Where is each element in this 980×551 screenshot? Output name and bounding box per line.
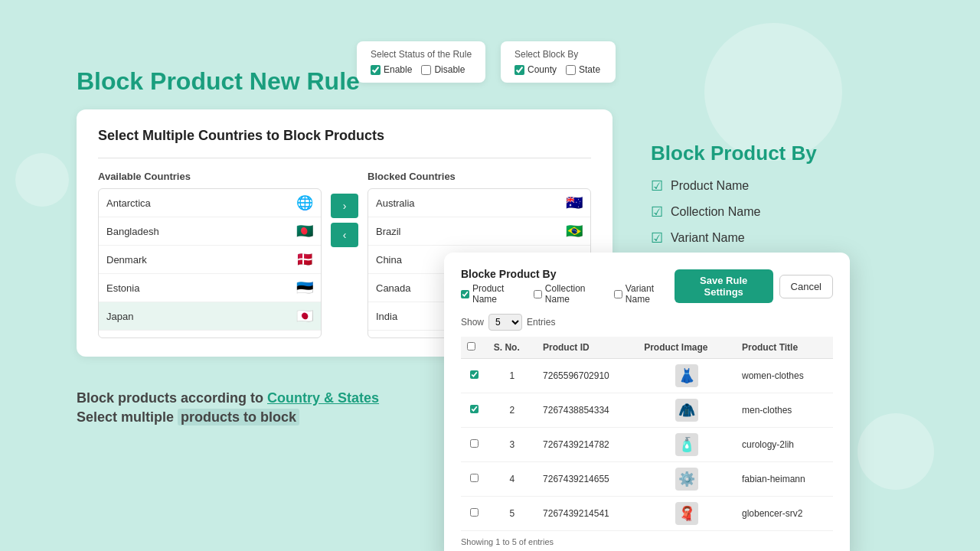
status-disable-label: Disable (434, 64, 465, 75)
block-by-options: County State (514, 64, 602, 75)
state-checkbox[interactable]: State (566, 64, 600, 75)
state-label: State (579, 64, 600, 75)
table-row[interactable]: 2 7267438854334 🧥 men-clothes (461, 393, 833, 428)
row-product-title: women-clothes (736, 359, 833, 393)
modal-actions: Save Rule Settings Cancel (675, 269, 833, 303)
row-product-title: curology-2lih (736, 428, 833, 462)
list-item[interactable]: Japan🇯🇵 (99, 302, 321, 331)
page-title: Block Product New Rule (77, 67, 360, 96)
available-countries-list[interactable]: Antarctica🌐 Bangladesh🇧🇩 Denmark🇩🇰 Eston… (98, 188, 322, 338)
table-row[interactable]: 4 7267439214655 ⚙️ fabian-heimann (461, 462, 833, 497)
bg-decoration-circle-4 (15, 153, 69, 207)
bottom-text-line1: Block products according to Country & St… (77, 390, 379, 406)
modal-collection-name-label: Collection Name (545, 283, 605, 305)
table-row[interactable]: 1 7265596702910 👗 women-clothes (461, 359, 833, 393)
check-icon-3: ☑ (651, 230, 663, 246)
countries-card-title: Select Multiple Countries to Block Produ… (98, 128, 591, 144)
add-to-blocked-button[interactable]: › (331, 194, 358, 218)
status-disable-checkbox[interactable]: Disable (421, 64, 465, 75)
list-item[interactable]: Antarctica🌐 (99, 189, 321, 217)
county-label: County (528, 64, 557, 75)
entries-select[interactable]: 5 10 25 (488, 314, 522, 331)
row-sno: 5 (488, 497, 537, 531)
row-product-id: 7267438854334 (537, 393, 638, 428)
list-item[interactable]: North Korea🇰🇵 (99, 331, 321, 338)
status-enable-checkbox[interactable]: Enable (371, 64, 412, 75)
bottom-text-line1-pre: Block products according to (77, 390, 267, 406)
bottom-text-line2: Select multiple products to block (77, 409, 379, 425)
list-item[interactable]: Estonia🇪🇪 (99, 274, 321, 302)
col-sno: S. No. (488, 337, 537, 359)
list-item[interactable]: Brazil🇧🇷 (368, 217, 590, 246)
row-checkbox[interactable] (470, 405, 479, 413)
bg-decoration-circle-2 (858, 413, 934, 490)
row-checkbox[interactable] (470, 439, 479, 448)
bg-decoration-circle-1 (704, 23, 842, 161)
county-checkbox[interactable]: County (514, 64, 557, 75)
block-product-option-label-2: Collection Name (671, 205, 760, 219)
status-rule-label: Select Status of the Rule (371, 49, 472, 60)
col-product-title: Product Title (736, 337, 833, 359)
row-checkbox[interactable] (470, 508, 479, 517)
modal-checkboxes: Product Name Collection Name Variant Nam… (461, 283, 675, 305)
row-product-image: 🧣 (638, 497, 736, 531)
modal-title-area: Blocke Product By Product Name Collectio… (461, 268, 675, 305)
select-all-checkbox[interactable] (467, 342, 475, 350)
bottom-text-line1-highlight: Country & States (267, 390, 379, 406)
row-product-title: fabian-heimann (736, 462, 833, 497)
row-product-id: 7267439214782 (537, 428, 638, 462)
check-icon-2: ☑ (651, 204, 663, 220)
save-rule-button[interactable]: Save Rule Settings (675, 269, 773, 303)
list-item[interactable]: Bangladesh🇧🇩 (99, 217, 321, 246)
table-row[interactable]: 5 7267439214541 🧣 globencer-srv2 (461, 497, 833, 531)
row-product-image: 🧴 (638, 428, 736, 462)
block-product-option-3: ☑ Variant Name (651, 230, 903, 246)
row-product-id: 7265596702910 (537, 359, 638, 393)
block-product-option-2: ☑ Collection Name (651, 204, 903, 220)
modal-product-name-input[interactable] (461, 290, 469, 298)
cancel-button[interactable]: Cancel (779, 275, 833, 298)
remove-from-blocked-button[interactable]: ‹ (331, 223, 358, 247)
check-icon-1: ☑ (651, 178, 663, 194)
bottom-text-line2-pre: Select multiple (77, 409, 178, 425)
row-product-image: ⚙️ (638, 462, 736, 497)
entries-label: Entries (527, 317, 555, 328)
modal-variant-name-label: Variant Name (626, 283, 675, 305)
block-product-option-1: ☑ Product Name (651, 178, 903, 194)
select-block-by-box: Select Block By County State (501, 41, 616, 83)
col-product-id: Product ID (537, 337, 638, 359)
row-product-id: 7267439214655 (537, 462, 638, 497)
row-product-title: men-clothes (736, 393, 833, 428)
row-sno: 2 (488, 393, 537, 428)
status-disable-input[interactable] (421, 65, 431, 75)
list-item[interactable]: Australia🇦🇺 (368, 189, 590, 217)
table-row[interactable]: 3 7267439214782 🧴 curology-2lih (461, 428, 833, 462)
status-enable-input[interactable] (371, 65, 381, 75)
row-product-image: 🧥 (638, 393, 736, 428)
show-label: Show (461, 317, 484, 328)
available-countries-column: Available Countries Antarctica🌐 Banglade… (98, 171, 322, 338)
col-product-image: Product Image (638, 337, 736, 359)
row-checkbox[interactable] (470, 370, 479, 379)
row-checkbox[interactable] (470, 474, 479, 482)
modal-variant-name-checkbox[interactable]: Variant Name (614, 283, 675, 305)
modal-header: Blocke Product By Product Name Collectio… (461, 268, 833, 305)
products-table: S. No. Product ID Product Image Product … (461, 337, 833, 531)
modal-product-name-label: Product Name (472, 283, 524, 305)
blocked-countries-label: Blocked Countries (368, 171, 591, 182)
transfer-buttons: › ‹ (331, 171, 358, 247)
block-product-option-label-1: Product Name (671, 179, 749, 193)
block-product-option-label-3: Variant Name (671, 231, 745, 245)
county-input[interactable] (514, 65, 524, 75)
state-input[interactable] (566, 65, 576, 75)
select-block-by-label: Select Block By (514, 49, 602, 60)
modal-product-name-checkbox[interactable]: Product Name (461, 283, 524, 305)
row-product-image: 👗 (638, 359, 736, 393)
list-item[interactable]: Denmark🇩🇰 (99, 246, 321, 274)
bottom-text-block: Block products according to Country & St… (77, 390, 379, 429)
modal-collection-name-input[interactable] (534, 290, 542, 298)
row-sno: 1 (488, 359, 537, 393)
modal-collection-name-checkbox[interactable]: Collection Name (534, 283, 605, 305)
modal-variant-name-input[interactable] (614, 290, 622, 298)
bottom-text-line2-highlight: products to block (178, 409, 299, 425)
